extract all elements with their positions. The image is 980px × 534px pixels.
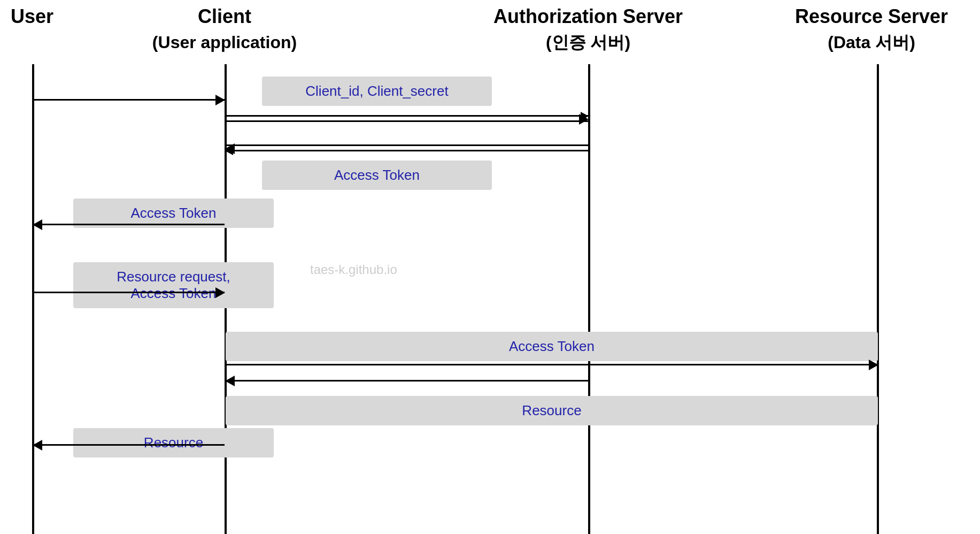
- resource-title: Resource Server: [795, 5, 948, 27]
- access-token-user-label: Access Token: [131, 205, 217, 221]
- resource-wide-label: Resource: [522, 402, 581, 418]
- box-resource-request: Resource request, Access Token: [73, 262, 274, 308]
- box-resource-user: Resource: [73, 428, 274, 457]
- double-line4: [226, 150, 588, 151]
- box-resource-wide: Resource: [226, 396, 878, 425]
- double-arrow-auth-client-left: [226, 144, 588, 152]
- double-line2: [226, 120, 588, 122]
- arrow-access-token-user: [33, 224, 225, 225]
- box-client-secret: Client_id, Client_secret: [262, 77, 492, 106]
- watermark-text: taes-k.github.io: [310, 262, 397, 277]
- access-token-wide-label: Access Token: [509, 338, 595, 354]
- arrow-resource-request-client: [33, 292, 225, 293]
- arrow-wide-right: [226, 364, 878, 365]
- double-arrow-client-auth-right: [226, 115, 588, 123]
- resource-subtitle: (Data 서버): [828, 33, 915, 52]
- double-line1: [226, 115, 588, 117]
- user-title: User: [11, 5, 53, 27]
- col-header-client: Client (User application): [139, 0, 310, 59]
- client-title: Client: [198, 5, 251, 27]
- box-access-token-auth: Access Token: [262, 161, 492, 190]
- arrow-resource-user: [33, 444, 225, 446]
- vline-auth: [588, 64, 590, 534]
- vline-resource: [877, 64, 879, 534]
- double-line3: [226, 144, 588, 146]
- watermark: taes-k.github.io: [310, 262, 397, 277]
- col-header-resource: Resource Server (Data 서버): [765, 0, 978, 59]
- arrow-wide-left: [226, 380, 588, 382]
- client-secret-label: Client_id, Client_secret: [305, 83, 448, 99]
- col-header-user: User: [0, 0, 75, 29]
- resource-request-label: Resource request, Access Token: [117, 269, 230, 301]
- resource-user-label: Resource: [144, 434, 203, 451]
- box-access-token-wide: Access Token: [226, 332, 878, 361]
- auth-subtitle: (인증 서버): [546, 33, 630, 52]
- access-token-auth-label: Access Token: [334, 167, 420, 183]
- col-header-auth: Authorization Server (인증 서버): [454, 0, 722, 59]
- auth-title: Authorization Server: [493, 5, 683, 27]
- diagram-container: User Client (User application) Authoriza…: [0, 0, 980, 534]
- vline-user: [32, 64, 34, 534]
- arrow-user-to-client: [33, 99, 225, 101]
- client-subtitle: (User application): [152, 33, 297, 52]
